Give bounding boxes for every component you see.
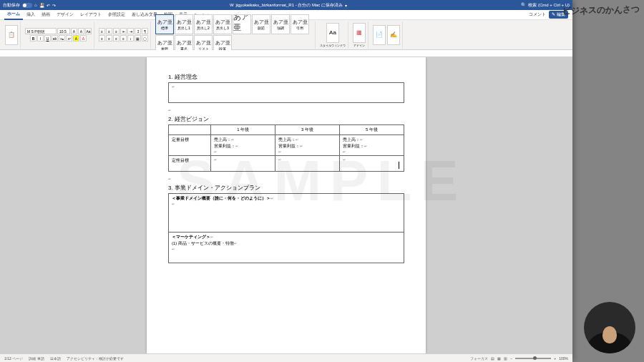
- undo-icon[interactable]: ↶: [47, 3, 50, 8]
- overlay-logo: ビジネスのかんさつ: [562, 4, 640, 17]
- text-cursor: [399, 162, 399, 169]
- heading-3[interactable]: 3. 事業ドメイン・アクションプラン: [168, 184, 404, 192]
- clear-format-icon[interactable]: Aa: [85, 28, 92, 34]
- style-pane-button[interactable]: Aa: [326, 23, 339, 43]
- heading-1[interactable]: 1. 経営理念: [168, 73, 404, 81]
- table-domain[interactable]: ＜事業ドメイン概要（誰に・何を・どのように）＞↵↵ ＜マーケティング＞↵(1) …: [168, 193, 404, 263]
- styles-group: あア亜標準 あア亜見出し1 あア亜見出し2 あア亜見出し3 あア亜表題 あア亜副…: [153, 21, 316, 49]
- indent-dec-icon[interactable]: ⇤: [120, 28, 127, 34]
- style-item[interactable]: あア亜引用: [291, 14, 309, 34]
- autosave-toggle[interactable]: [22, 3, 32, 8]
- ruler[interactable]: [0, 50, 572, 57]
- home-icon[interactable]: ⌂: [34, 3, 37, 7]
- tab-design[interactable]: デザイン: [54, 10, 77, 19]
- pencil-icon: ✎: [552, 12, 555, 16]
- save-icon[interactable]: 💾: [39, 3, 44, 8]
- paragraph-group: ≡ ≡ ≡ ⇤ ⇥ ↧ ¶ ≡ ≡ ≡ ≡ ↕ ▦ ▢: [97, 21, 151, 49]
- font-select[interactable]: [25, 28, 57, 34]
- acrobat-group: 📄 ✍: [371, 21, 403, 49]
- style-item[interactable]: あア亜表題: [233, 14, 251, 34]
- search-icon[interactable]: 🔍: [521, 2, 526, 9]
- increase-font-icon[interactable]: A: [71, 28, 77, 34]
- heading-2[interactable]: 2. 経営ビジョン: [168, 115, 404, 123]
- zoom-out-icon[interactable]: −: [510, 356, 512, 361]
- focus-mode[interactable]: フォーカス: [470, 356, 488, 361]
- paste-button[interactable]: 📋: [5, 25, 18, 45]
- pilcrow-icon[interactable]: ¶: [142, 28, 148, 34]
- word-icon: W: [230, 3, 234, 7]
- table-philosophy[interactable]: ↵: [168, 82, 404, 103]
- shading-icon[interactable]: ▦: [135, 35, 141, 41]
- underline-button[interactable]: U: [44, 35, 51, 41]
- document-area[interactable]: 1. 経営理念 ↵ ↵ 2. 経営ビジョン 1 年後3 年後5 年後 定量目標 …: [0, 57, 572, 353]
- bullets-icon[interactable]: ≡: [99, 28, 105, 34]
- sub-button[interactable]: x₂: [59, 35, 65, 41]
- highlight-button[interactable]: A: [73, 35, 79, 41]
- style-item[interactable]: あア亜強調: [271, 14, 290, 34]
- create-pdf-button[interactable]: 📄: [373, 25, 386, 45]
- request-sign-button[interactable]: ✍: [387, 25, 400, 45]
- page[interactable]: 1. 経営理念 ↵ ↵ 2. 経営ビジョン 1 年後3 年後5 年後 定量目標 …: [147, 57, 426, 353]
- borders-icon[interactable]: ▢: [142, 35, 148, 41]
- accessibility-status[interactable]: アクセシビリティ：検討が必要です: [67, 356, 124, 361]
- italic-button[interactable]: I: [37, 35, 44, 41]
- word-count[interactable]: 詳細 単語: [29, 356, 44, 361]
- style-gallery[interactable]: あア亜標準 あア亜見出し1 あア亜見出し2 あア亜見出し3 あア亜表題 あア亜副…: [155, 14, 313, 55]
- line-spacing-icon[interactable]: ↕: [127, 35, 134, 41]
- decrease-font-icon[interactable]: A: [78, 28, 84, 34]
- style-item[interactable]: あア亜見出し1: [175, 14, 193, 34]
- redo-icon[interactable]: ↷: [52, 3, 56, 8]
- style-pane-label: スタイルウィンドウ: [320, 44, 346, 47]
- tab-references[interactable]: 参照設定: [105, 10, 128, 19]
- justify-icon[interactable]: ≡: [120, 35, 127, 41]
- addins-group: ▦ アドイン: [351, 21, 369, 49]
- tab-insert[interactable]: 挿入: [24, 10, 38, 19]
- style-pane-group: Aa スタイルウィンドウ: [318, 21, 348, 49]
- style-item[interactable]: あア亜見出し3: [213, 14, 232, 34]
- style-item[interactable]: あア亜見出し2: [194, 14, 213, 34]
- align-left-icon[interactable]: ≡: [99, 35, 105, 41]
- presenter-video: [584, 302, 635, 353]
- font-size-select[interactable]: [57, 28, 70, 34]
- zoom-slider[interactable]: [515, 358, 551, 359]
- chevron-down-icon[interactable]: ▾: [345, 3, 347, 8]
- align-right-icon[interactable]: ≡: [113, 35, 119, 41]
- style-item[interactable]: あア亜標準: [155, 14, 174, 34]
- numbering-icon[interactable]: ≡: [106, 28, 112, 34]
- multilevel-icon[interactable]: ≡: [113, 28, 119, 34]
- tab-home[interactable]: ホーム: [4, 9, 23, 20]
- ribbon: 📋 A A Aa B I U ab x₂ x² A A ≡ ≡ ≡ ⇤ ⇥ ↧ …: [0, 20, 572, 50]
- language-status[interactable]: 日本語: [50, 356, 61, 361]
- bold-button[interactable]: B: [30, 35, 36, 41]
- addins-label: アドイン: [353, 44, 365, 47]
- font-color-button[interactable]: A: [80, 35, 87, 41]
- view-print-icon[interactable]: ▦: [497, 356, 501, 361]
- word-window: 自動保存 ⌂ 💾 ↶ ↷ W jigyokeikaku_bizkanformat…: [0, 0, 572, 362]
- tab-draw[interactable]: 描画: [39, 10, 53, 19]
- font-group: A A Aa B I U ab x₂ x² A A: [23, 21, 94, 49]
- comments-button[interactable]: コメント: [529, 11, 546, 18]
- status-bar: 1/12 ページ 詳細 単語 日本語 アクセシビリティ：検討が必要です フォーカ…: [0, 353, 572, 362]
- page-count[interactable]: 1/12 ページ: [4, 356, 23, 361]
- align-center-icon[interactable]: ≡: [106, 35, 112, 41]
- table-vision[interactable]: 1 年後3 年後5 年後 定量目標 売上高：↵営業利益：↵↵ 売上高：↵営業利益…: [168, 124, 404, 172]
- strike-button[interactable]: ab: [52, 35, 58, 41]
- sup-button[interactable]: x²: [66, 35, 72, 41]
- view-web-icon[interactable]: ▥: [504, 356, 507, 361]
- style-item[interactable]: あア亜副題: [252, 14, 270, 34]
- sort-icon[interactable]: ↧: [135, 28, 141, 34]
- zoom-in-icon[interactable]: +: [554, 356, 556, 361]
- autosave-label: 自動保存: [3, 2, 20, 9]
- view-read-icon[interactable]: ▤: [491, 356, 494, 361]
- clipboard-group: 📋: [3, 21, 21, 49]
- indent-inc-icon[interactable]: ⇥: [127, 28, 134, 34]
- zoom-value[interactable]: 100%: [559, 356, 568, 361]
- title-bar: 自動保存 ⌂ 💾 ↶ ↷ W jigyokeikaku_bizkanformat…: [0, 0, 572, 10]
- tab-layout[interactable]: レイアウト: [77, 10, 104, 19]
- addins-button[interactable]: ▦: [353, 23, 366, 43]
- document-title[interactable]: jigyokeikaku_bizkanformat_R1 - 自分の Mac に…: [236, 2, 343, 9]
